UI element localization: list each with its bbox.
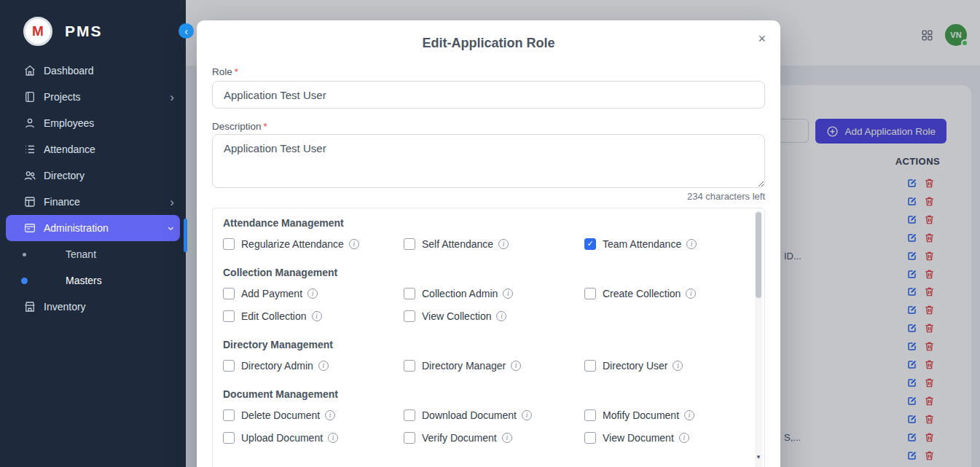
sidebar-item-label: Inventory bbox=[44, 302, 86, 312]
permission-directory-admin[interactable]: Directory Admini bbox=[223, 354, 404, 377]
app-root: M PMS DashboardProjects›EmployeesAttenda… bbox=[0, 0, 980, 467]
sidebar-subitem-label: Tenant bbox=[66, 248, 96, 260]
info-icon[interactable]: i bbox=[502, 433, 512, 443]
checkbox-unchecked[interactable] bbox=[404, 409, 415, 421]
permission-directory-user[interactable]: Directory Useri bbox=[584, 354, 765, 377]
checkbox-unchecked[interactable] bbox=[584, 409, 596, 421]
people-icon bbox=[23, 169, 36, 182]
sidebar-collapse-button[interactable]: ‹ bbox=[179, 23, 194, 39]
info-icon[interactable]: i bbox=[686, 289, 696, 299]
app-title: PMS bbox=[65, 23, 103, 40]
info-icon[interactable]: i bbox=[673, 361, 683, 371]
permission-label: Download Document bbox=[422, 409, 517, 421]
checkbox-unchecked[interactable] bbox=[223, 310, 235, 322]
required-asterisk: * bbox=[235, 66, 238, 78]
permission-create-collection[interactable]: Create Collectioni bbox=[584, 282, 765, 305]
info-icon[interactable]: i bbox=[684, 410, 694, 420]
info-icon[interactable]: i bbox=[328, 433, 338, 443]
permission-grid: Regularize AttendanceiSelf Attendancei✓T… bbox=[223, 232, 745, 255]
info-icon[interactable]: i bbox=[307, 289, 318, 299]
sidebar-item-dashboard[interactable]: Dashboard bbox=[0, 58, 186, 84]
sidebar-subitem-label: Masters bbox=[66, 275, 102, 286]
sidebar-item-projects[interactable]: Projects› bbox=[0, 84, 186, 110]
sidebar-item-directory[interactable]: Directory bbox=[0, 162, 186, 189]
permission-edit-collection[interactable]: Edit Collectioni bbox=[223, 305, 404, 327]
permission-team-attendance[interactable]: ✓Team Attendancei bbox=[584, 232, 765, 255]
permission-mofify-document[interactable]: Mofify Documenti bbox=[584, 404, 765, 426]
characters-left-counter: 234 characters left bbox=[212, 191, 765, 202]
sidebar-item-label: Projects bbox=[44, 92, 81, 102]
permission-view-collection[interactable]: View Collectioni bbox=[404, 305, 584, 327]
permission-upload-document[interactable]: Upload Documenti bbox=[223, 426, 404, 449]
permission-label: View Collection bbox=[422, 310, 491, 322]
info-icon[interactable]: i bbox=[686, 239, 697, 249]
info-icon[interactable]: i bbox=[318, 361, 329, 371]
permission-directory-manager[interactable]: Directory Manageri bbox=[404, 354, 584, 377]
info-icon[interactable]: i bbox=[325, 410, 335, 420]
scroll-down-arrow-icon[interactable]: ▼ bbox=[755, 454, 762, 460]
close-icon[interactable]: × bbox=[755, 29, 769, 48]
sidebar-subitem-tenant[interactable]: Tenant bbox=[0, 241, 186, 267]
permission-label: Team Attendance bbox=[603, 238, 681, 250]
permission-collection-admin[interactable]: Collection Admini bbox=[404, 282, 584, 305]
checkbox-unchecked[interactable] bbox=[223, 432, 235, 444]
checkbox-unchecked[interactable] bbox=[404, 238, 415, 250]
checkbox-unchecked[interactable] bbox=[223, 360, 235, 372]
role-label-text: Role bbox=[212, 66, 232, 78]
permission-download-document[interactable]: Download Documenti bbox=[404, 404, 584, 426]
info-icon[interactable]: i bbox=[511, 361, 521, 371]
info-icon[interactable]: i bbox=[498, 239, 509, 249]
modal-title: Edit-Application Role bbox=[212, 35, 765, 51]
info-icon[interactable]: i bbox=[503, 289, 513, 299]
checkbox-unchecked[interactable] bbox=[584, 360, 596, 372]
permission-label: Edit Collection bbox=[241, 310, 307, 322]
permission-section-title: Collection Management bbox=[223, 267, 745, 278]
checkbox-unchecked[interactable] bbox=[584, 288, 596, 299]
sidebar-item-label: Attendance bbox=[44, 144, 95, 154]
permission-section-title: Directory Management bbox=[223, 339, 745, 350]
info-icon[interactable]: i bbox=[522, 410, 532, 420]
permission-regularize-attendance[interactable]: Regularize Attendancei bbox=[223, 232, 404, 255]
role-input[interactable] bbox=[212, 81, 765, 109]
checkbox-unchecked[interactable] bbox=[404, 360, 415, 372]
description-textarea[interactable]: Application Test User bbox=[212, 134, 765, 188]
scrollbar-track[interactable]: ▼ bbox=[755, 211, 762, 467]
permission-label: Directory User bbox=[603, 360, 667, 372]
chevron-right-icon: › bbox=[170, 196, 174, 208]
checkbox-unchecked[interactable] bbox=[223, 288, 235, 299]
checkbox-checked[interactable]: ✓ bbox=[584, 238, 596, 250]
permission-delete-document[interactable]: Delete Documenti bbox=[223, 404, 404, 426]
checkbox-unchecked[interactable] bbox=[223, 409, 235, 421]
permission-self-attendance[interactable]: Self Attendancei bbox=[404, 232, 584, 255]
permission-add-payment[interactable]: Add Paymenti bbox=[223, 282, 404, 305]
permission-section-title: Document Management bbox=[223, 388, 745, 400]
checkbox-unchecked[interactable] bbox=[404, 432, 415, 444]
permission-label: Collection Admin bbox=[422, 288, 498, 299]
sidebar-item-inventory[interactable]: Inventory bbox=[0, 294, 186, 320]
sidebar-subitem-masters[interactable]: Masters bbox=[0, 267, 186, 294]
permission-label: Self Attendance bbox=[422, 238, 493, 250]
checkbox-unchecked[interactable] bbox=[223, 238, 235, 250]
permission-verify-document[interactable]: Verify Documenti bbox=[404, 426, 584, 449]
permission-label: Delete Document bbox=[241, 409, 320, 421]
info-icon[interactable]: i bbox=[679, 433, 689, 443]
permission-label: Mofify Document bbox=[603, 409, 679, 421]
sidebar-item-administration[interactable]: Administration› bbox=[6, 215, 180, 241]
sidebar-item-attendance[interactable]: Attendance bbox=[0, 136, 186, 162]
home-icon bbox=[23, 64, 36, 77]
checkbox-unchecked[interactable] bbox=[404, 310, 415, 322]
checkbox-unchecked[interactable] bbox=[584, 432, 596, 444]
sidebar-item-employees[interactable]: Employees bbox=[0, 110, 186, 136]
permission-label: Regularize Attendance bbox=[241, 238, 344, 250]
sidebar-item-label: Directory bbox=[44, 170, 85, 181]
finance-icon bbox=[23, 195, 36, 208]
sidebar-item-label: Employees bbox=[44, 118, 94, 128]
info-icon[interactable]: i bbox=[312, 311, 322, 321]
permission-view-document[interactable]: View Documenti bbox=[584, 426, 765, 449]
scrollbar-thumb[interactable] bbox=[756, 212, 761, 298]
sidebar-item-finance[interactable]: Finance› bbox=[0, 189, 186, 215]
info-icon[interactable]: i bbox=[349, 239, 359, 249]
info-icon[interactable]: i bbox=[496, 311, 506, 321]
checkbox-unchecked[interactable] bbox=[404, 288, 415, 299]
bullet-icon bbox=[21, 278, 28, 284]
